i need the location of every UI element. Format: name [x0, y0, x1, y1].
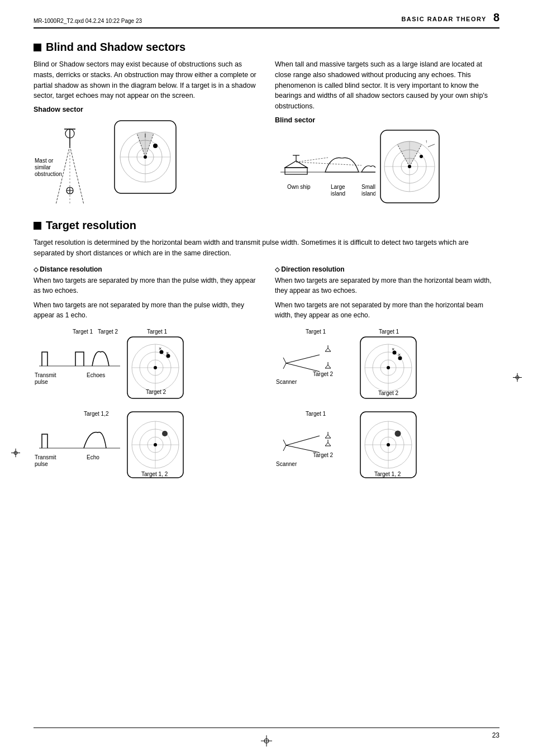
mast-figure: Mast or similar obstruction [34, 118, 106, 209]
svg-text:Target 1: Target 1 [379, 329, 399, 335]
svg-line-103 [286, 436, 320, 445]
bottom-cross [261, 735, 272, 748]
svg-point-75 [154, 443, 157, 446]
svg-text:Own ship: Own ship [287, 184, 311, 190]
direction-radar1: Target 1 × × Target 2 [358, 327, 419, 401]
svg-marker-83 [325, 348, 331, 351]
direction-para1: When two targets are separated by more t… [275, 275, 499, 296]
distance-waveform1: Target 1 Target 2 Tran [34, 327, 120, 401]
svg-text:pulse: pulse [35, 379, 48, 385]
section2-title: Target resolution [34, 219, 499, 232]
svg-marker-85 [325, 365, 331, 368]
svg-text:Echo: Echo [87, 454, 99, 460]
section1-right: When tall and massive targets such as a … [275, 59, 499, 213]
svg-text:Target 1: Target 1 [147, 329, 168, 335]
blind-radar-display: ↑ [378, 127, 442, 207]
svg-line-79 [286, 355, 320, 363]
shadow-diagram-area: Mast or similar obstruction [34, 118, 258, 209]
distance-one-echo-row: Target 1,2 Transmit pulse Echo [34, 409, 258, 483]
direction-title: ◇ Direction resolution [275, 265, 499, 273]
svg-text:×: × [398, 352, 401, 358]
svg-text:Target 1: Target 1 [73, 329, 93, 335]
chapter-title: BASIC RADAR THEORY [401, 16, 487, 22]
section1-left: Blind or Shadow sectors may exist becaus… [34, 59, 258, 213]
page-number: 23 [492, 731, 499, 739]
svg-point-58 [154, 366, 157, 369]
section2-cols: ◇ Distance resolution When two targets a… [34, 265, 499, 483]
section1-left-para: Blind or Shadow sectors may exist becaus… [34, 59, 258, 101]
svg-text:×: × [392, 346, 394, 352]
svg-marker-107 [325, 435, 331, 438]
waveform1-svg: Target 1 Target 2 Tran [34, 327, 120, 400]
svg-text:island: island [361, 191, 375, 197]
distance-radar2: Target 1, 2 [125, 409, 186, 483]
svg-point-119 [387, 443, 390, 446]
distance-title: ◇ Distance resolution [34, 265, 258, 273]
svg-point-42 [420, 155, 423, 158]
svg-text:Large: Large [331, 184, 345, 190]
footer-line [34, 728, 499, 728]
distance-radar1: Target 1 × [125, 327, 186, 401]
svg-text:Small: Small [361, 184, 375, 190]
scanner1-svg: Target 1 [275, 327, 353, 400]
svg-text:Transmit: Transmit [35, 372, 56, 378]
section2-intro: Target resolution is determined by the h… [34, 237, 499, 259]
direction-scanner2: Target 1 Target 2 Scan [275, 409, 353, 483]
right-cross [513, 373, 522, 383]
shadow-radar-display [112, 118, 179, 198]
svg-point-76 [162, 431, 168, 436]
svg-line-80 [286, 363, 320, 372]
svg-text:pulse: pulse [35, 461, 48, 467]
svg-text:obstruction: obstruction [35, 171, 62, 177]
svg-rect-21 [285, 168, 307, 174]
svg-text:Target 1: Target 1 [306, 329, 326, 335]
svg-text:×: × [159, 346, 161, 351]
distance-para1: When two targets are separated by more t… [34, 275, 258, 296]
svg-text:Echoes: Echoes [87, 372, 105, 378]
svg-text:Target 1, 2: Target 1, 2 [141, 471, 168, 477]
shadow-radar-svg [112, 118, 179, 196]
radar2-svg: Target 1, 2 [125, 409, 186, 482]
svg-text:×: × [166, 350, 169, 356]
svg-line-4 [70, 146, 84, 205]
direction-scanner1: Target 1 [275, 327, 353, 401]
svg-line-26 [296, 158, 328, 162]
section1-square [34, 44, 41, 51]
svg-text:Target 2: Target 2 [146, 389, 166, 395]
direction-two-targets-row: Target 1 [275, 327, 499, 401]
blind-diagram-area: Own ship Large island Small island [275, 127, 499, 207]
left-cross [11, 448, 20, 459]
distance-resolution-col: ◇ Distance resolution When two targets a… [34, 265, 258, 483]
dir-radar2-svg: Target 1, 2 [358, 409, 419, 482]
blind-figure: Own ship Large island Small island [275, 127, 375, 207]
svg-text:Target 1, 2: Target 1, 2 [374, 471, 401, 477]
dir-radar1-svg: Target 1 × × Target 2 [358, 327, 419, 400]
svg-point-96 [387, 366, 390, 369]
svg-text:Target 2: Target 2 [313, 452, 334, 458]
section2: Target resolution Target resolution is d… [34, 219, 499, 483]
svg-text:Target 1: Target 1 [306, 411, 326, 417]
svg-text:Scanner: Scanner [276, 461, 297, 467]
section1-content: Blind or Shadow sectors may exist becaus… [34, 59, 499, 213]
svg-text:Mast or: Mast or [35, 158, 54, 164]
svg-text:Target 2: Target 2 [313, 371, 334, 377]
distance-waveform2: Target 1,2 Transmit pulse Echo [34, 409, 120, 483]
page: MR-1000R2_T2.qxd 04.2.24 10:22 Page 23 B… [0, 0, 533, 756]
direction-para2: When two targets are not separated by mo… [275, 300, 499, 320]
svg-text:Target 1,2: Target 1,2 [84, 411, 109, 417]
footer: 23 [492, 731, 499, 739]
svg-line-43 [428, 144, 435, 147]
svg-text:island: island [331, 191, 345, 197]
waveform2-svg: Target 1,2 Transmit pulse Echo [34, 409, 120, 482]
mast-svg: Mast or similar obstruction [34, 118, 106, 207]
direction-resolution-col: ◇ Direction resolution When two targets … [275, 265, 499, 483]
radar1-svg: Target 1 × [125, 327, 186, 400]
direction-radar2: Target 1, 2 [358, 409, 419, 483]
distance-para2: When two targets are not separated by mo… [34, 300, 258, 320]
direction-one-echo-row: Target 1 Target 2 Scan [275, 409, 499, 483]
svg-text:Target 2: Target 2 [378, 390, 399, 396]
svg-text:Scanner: Scanner [276, 379, 297, 385]
blind-sector-label: Blind sector [275, 116, 499, 124]
svg-line-106 [283, 445, 286, 451]
distance-two-targets-row: Target 1 Target 2 Tran [34, 327, 258, 401]
